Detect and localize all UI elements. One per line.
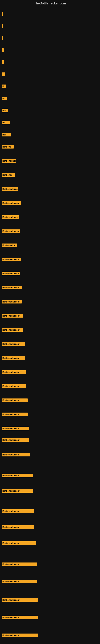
site-title: TheBottlenecker.com [0, 0, 100, 6]
bar-item: Bo [1, 96, 7, 100]
bar-item: Bottleneck result [1, 314, 23, 318]
bar-item: Bottleneck result [1, 328, 23, 332]
bar-item [1, 72, 5, 76]
bar-item: Bottleneck result [1, 580, 37, 583]
bar-item: Bottleneck result [1, 300, 22, 304]
bar-item: Bol [1, 133, 11, 136]
bar-item: Bottleneck result [1, 509, 34, 513]
chart-area: TheBottlenecker.com BBoBotBoBolBottleneB… [0, 0, 100, 644]
bar-item: Bottlenec [1, 173, 15, 177]
bar-item: Bottleneck result [1, 438, 29, 442]
bar-item: Bottleneck result [1, 427, 29, 430]
bar-item: Bottleneck r [1, 244, 17, 247]
bar-item: Bottleneck result [1, 489, 33, 493]
bar-item: Bottleneck result [1, 634, 38, 637]
bar-item: Bottleneck result [1, 562, 37, 566]
bar-item: Bottleneck resul [1, 230, 20, 233]
bar-item: Bottleneck result [1, 286, 22, 290]
bar-item: Bottleneck result [1, 616, 38, 619]
bar-item: Bottleneck result [1, 384, 26, 388]
bar-item: Bottleneck result [1, 541, 36, 545]
bar-item: Bottleneck resul [1, 272, 20, 275]
bar-item [1, 36, 3, 40]
bar-item: Bo [1, 121, 10, 124]
bar-item: Bottleneck res [1, 187, 18, 191]
bar-item: Bottleneck result [1, 525, 34, 529]
bar-item: Bottleneck result [1, 201, 21, 205]
bar-item: Bottleneck result [1, 356, 25, 360]
bar-item: Bottleneck re [1, 159, 16, 162]
bar-item: Bottleneck result [1, 474, 33, 477]
bar-item: Bottleneck result [1, 342, 25, 346]
bar-item [1, 60, 4, 64]
bar-item: Bottleneck result [1, 412, 28, 416]
bar-item: B [1, 84, 6, 88]
bar-item [1, 12, 3, 16]
bar-item: Bot [1, 109, 8, 112]
bar-item [1, 48, 3, 52]
bar-item: Bottleneck result [1, 398, 28, 402]
bar-item [1, 24, 3, 28]
bar-item: Bottleneck result [1, 453, 30, 456]
bar-item: Bottleneck res [1, 215, 19, 219]
bar-item: Bottleneck result [1, 258, 21, 261]
bar-item: Bottleneck result [1, 370, 26, 374]
bar-item: Bottlene [1, 145, 14, 148]
bar-item: Bottleneck result [1, 598, 38, 602]
